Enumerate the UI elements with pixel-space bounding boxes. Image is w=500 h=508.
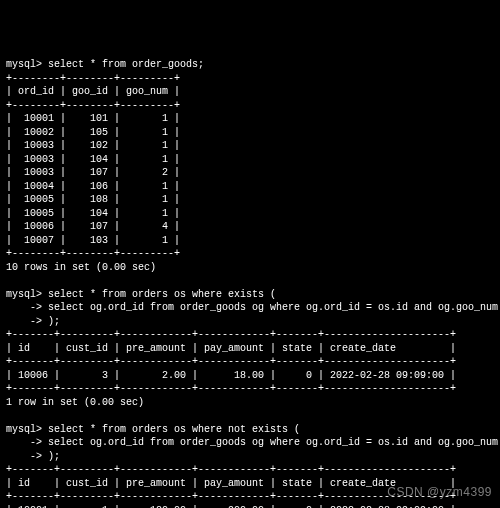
mysql-prompt: mysql> (6, 289, 48, 300)
result-summary: 1 row in set (0.00 sec) (6, 397, 144, 408)
watermark: CSDN @yzm4399 (387, 484, 492, 500)
table-row: | 10001 | 101 | 1 | (6, 113, 180, 124)
table-row: | 10006 | 3 | 2.00 | 18.00 | 0 | 2022-02… (6, 370, 456, 381)
table-row: | 10005 | 108 | 1 | (6, 194, 180, 205)
sql-query-2-line2: select og.ord_id from order_goods og whe… (48, 302, 500, 313)
continuation-prompt: -> (6, 302, 48, 313)
sql-query-1: select * from order_goods; (48, 59, 204, 70)
table-border: +-------+---------+------------+--------… (6, 383, 456, 394)
mysql-prompt: mysql> (6, 59, 48, 70)
table-row: | 10003 | 102 | 1 | (6, 140, 180, 151)
sql-query-3-line3: ); (48, 451, 60, 462)
table-row: | 10007 | 103 | 1 | (6, 235, 180, 246)
table-row: | 10001 | 1 | 120.00 | 900.00 | 0 | 2022… (6, 505, 456, 509)
table-row: | 10003 | 107 | 2 | (6, 167, 180, 178)
mysql-prompt: mysql> (6, 424, 48, 435)
table-row: | 10005 | 104 | 1 | (6, 208, 180, 219)
table-header: | ord_id | goo_id | goo_num | (6, 86, 180, 97)
table-row: | 10003 | 104 | 1 | (6, 154, 180, 165)
table-row: | 10004 | 106 | 1 | (6, 181, 180, 192)
table-header: | id | cust_id | pre_amount | pay_amount… (6, 343, 456, 354)
sql-query-2-line3: ); (48, 316, 60, 327)
continuation-prompt: -> (6, 437, 48, 448)
continuation-prompt: -> (6, 451, 48, 462)
sql-query-2-line1: select * from orders os where exists ( (48, 289, 276, 300)
continuation-prompt: -> (6, 316, 48, 327)
table-border: +--------+--------+---------+ (6, 73, 180, 84)
result-summary: 10 rows in set (0.00 sec) (6, 262, 156, 273)
table-border: +-------+---------+------------+--------… (6, 464, 456, 475)
table-border: +-------+---------+------------+--------… (6, 356, 456, 367)
table-border: +-------+---------+------------+--------… (6, 329, 456, 340)
sql-query-3-line1: select * from orders os where not exists… (48, 424, 300, 435)
table-row: | 10006 | 107 | 4 | (6, 221, 180, 232)
table-row: | 10002 | 105 | 1 | (6, 127, 180, 138)
terminal-output: mysql> select * from order_goods; +-----… (6, 58, 494, 508)
sql-query-3-line2: select og.ord_id from order_goods og whe… (48, 437, 500, 448)
table-border: +--------+--------+---------+ (6, 100, 180, 111)
table-border: +--------+--------+---------+ (6, 248, 180, 259)
